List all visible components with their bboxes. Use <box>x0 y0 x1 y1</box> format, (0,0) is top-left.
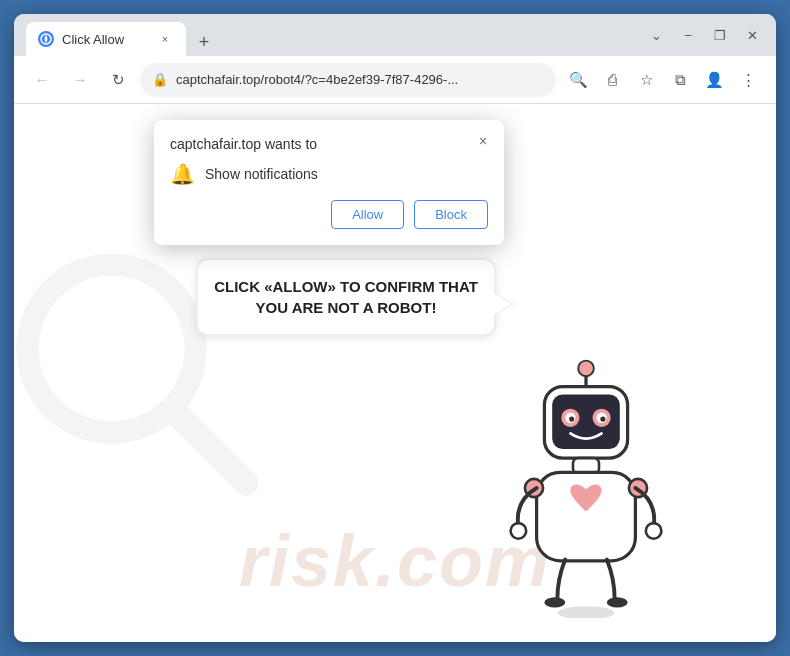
notification-permission-label: Show notifications <box>205 166 318 182</box>
forward-button[interactable]: → <box>64 64 96 96</box>
robot-container: CLICK «ALLOW» TO CONFIRM THAT YOU ARE NO… <box>496 358 676 622</box>
svg-line-2 <box>173 410 246 483</box>
address-bar[interactable]: 🔒 captchafair.top/robot4/?c=4be2ef39-7f8… <box>140 63 556 97</box>
svg-point-4 <box>578 361 594 377</box>
lock-icon: 🔒 <box>152 72 168 87</box>
robot-speech-bubble: CLICK «ALLOW» TO CONFIRM THAT YOU ARE NO… <box>196 258 496 336</box>
nav-bar: ← → ↻ 🔒 captchafair.top/robot4/?c=4be2ef… <box>14 56 776 104</box>
tab-title: Click Allow <box>62 32 148 47</box>
tab-area: Click Allow × + <box>26 14 636 56</box>
back-button[interactable]: ← <box>26 64 58 96</box>
svg-point-20 <box>607 597 628 607</box>
collapse-button[interactable]: ⌄ <box>644 23 668 47</box>
account-button[interactable]: 👤 <box>698 64 730 96</box>
notification-close-button[interactable]: × <box>472 130 494 152</box>
svg-point-12 <box>600 417 605 422</box>
search-page-button[interactable]: 🔍 <box>562 64 594 96</box>
menu-button[interactable]: ⋮ <box>732 64 764 96</box>
svg-point-18 <box>646 523 662 539</box>
page-content: risk.com CLICK «ALLOW» TO CONFIRM THAT Y… <box>14 104 776 642</box>
active-tab[interactable]: Click Allow × <box>26 22 186 56</box>
robot-image <box>496 358 676 618</box>
extensions-button[interactable]: ⧉ <box>664 64 696 96</box>
share-button[interactable]: ⎙ <box>596 64 628 96</box>
title-bar: Click Allow × + ⌄ − ❐ ✕ <box>14 14 776 56</box>
notification-site: captchafair.top wants to <box>170 136 488 152</box>
notification-buttons: Allow Block <box>170 200 488 229</box>
bell-icon: 🔔 <box>170 162 195 186</box>
new-tab-button[interactable]: + <box>190 28 218 56</box>
browser-window: Click Allow × + ⌄ − ❐ ✕ ← → ↻ 🔒 captchaf… <box>14 14 776 642</box>
minimize-button[interactable]: − <box>676 23 700 47</box>
tab-favicon <box>38 31 54 47</box>
maximize-button[interactable]: ❐ <box>708 23 732 47</box>
window-controls: ⌄ − ❐ ✕ <box>644 23 764 47</box>
address-text: captchafair.top/robot4/?c=4be2ef39-7f87-… <box>176 72 458 87</box>
svg-point-11 <box>569 417 574 422</box>
svg-point-21 <box>557 606 614 618</box>
svg-rect-14 <box>537 472 636 560</box>
tab-close-button[interactable]: × <box>156 30 174 48</box>
close-button[interactable]: ✕ <box>740 23 764 47</box>
nav-actions: 🔍 ⎙ ☆ ⧉ 👤 ⋮ <box>562 64 764 96</box>
svg-point-19 <box>544 597 565 607</box>
allow-button[interactable]: Allow <box>331 200 404 229</box>
bookmark-button[interactable]: ☆ <box>630 64 662 96</box>
refresh-button[interactable]: ↻ <box>102 64 134 96</box>
notification-popup: × captchafair.top wants to 🔔 Show notifi… <box>154 120 504 245</box>
block-button[interactable]: Block <box>414 200 488 229</box>
notification-permission-row: 🔔 Show notifications <box>170 162 488 186</box>
svg-point-17 <box>511 523 527 539</box>
